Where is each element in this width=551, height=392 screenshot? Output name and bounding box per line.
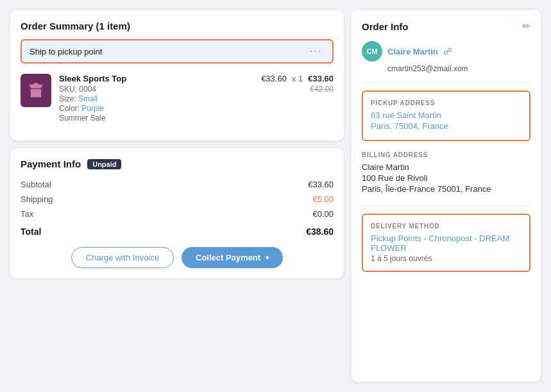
price-row: €33.60 x 1 €33.60 xyxy=(261,74,334,83)
pickup-address-line1: 63 rue Saint Martin xyxy=(371,110,521,120)
ship-row: Ship to pickup point ··· xyxy=(21,39,334,64)
delivery-method-sub: 1 à 5 jours ouvrés xyxy=(371,254,521,263)
charge-with-invoice-button[interactable]: Charge with Invoice xyxy=(71,247,174,268)
unpaid-badge: Unpaid xyxy=(87,159,121,169)
order-info-card: Order Info ✏ CM Claire Martin ☍ cmartin2… xyxy=(352,10,541,382)
ship-label: Ship to pickup point xyxy=(30,47,102,56)
billing-address-line1: Claire Martin xyxy=(362,162,530,172)
subtotal-line: Subtotal €33.60 xyxy=(21,180,334,189)
billing-address-section: BILLING ADDRESS Claire Martin 100 Rue de… xyxy=(362,149,530,198)
customer-email: cmartin253@zmail.xom xyxy=(362,64,530,73)
pickup-address-label: PICKUP ADDRESS xyxy=(371,99,521,107)
total-line: Total €38.60 xyxy=(21,226,334,237)
divider-2 xyxy=(362,205,530,206)
shipping-line: Shipping €5.00 xyxy=(21,194,334,204)
shipping-label: Shipping xyxy=(21,194,53,204)
collect-payment-button[interactable]: Collect Payment ▾ xyxy=(182,247,283,268)
right-panel: Order Info ✏ CM Claire Martin ☍ cmartin2… xyxy=(352,10,541,382)
price-current: €33.60 xyxy=(261,74,287,83)
action-buttons: Charge with Invoice Collect Payment ▾ xyxy=(21,247,334,268)
billing-address-line3: Paris, Île-de-France 75001, France xyxy=(362,184,530,194)
chat-icon[interactable]: ☍ xyxy=(443,46,452,56)
product-image xyxy=(21,74,51,107)
dots-menu-button[interactable]: ··· xyxy=(307,46,325,57)
tax-label: Tax xyxy=(21,209,33,219)
order-summary-title: Order Summary (1 item) xyxy=(21,21,334,31)
product-size: Size: Small xyxy=(59,94,253,103)
subtotal-label: Subtotal xyxy=(21,180,51,189)
edit-icon[interactable]: ✏ xyxy=(522,21,530,32)
product-details: Sleek Sports Top SKU: 0004 Size: Small C… xyxy=(59,74,253,123)
price-total: €33.60 xyxy=(308,74,334,83)
delivery-method-label: DELIVERY METHOD xyxy=(371,223,521,230)
tax-value: €0.00 xyxy=(312,209,334,219)
payment-title: Payment Info xyxy=(21,158,81,169)
billing-address-label: BILLING ADDRESS xyxy=(362,151,530,158)
payment-header: Payment Info Unpaid xyxy=(21,158,334,169)
total-value: €38.60 xyxy=(306,226,334,237)
product-name: Sleek Sports Top xyxy=(59,74,253,83)
order-info-title: Order Info xyxy=(362,21,409,32)
payment-lines: Subtotal €33.60 Shipping €5.00 Tax €0.00… xyxy=(21,180,334,237)
pickup-address-section: PICKUP ADDRESS 63 rue Saint Martin Paris… xyxy=(362,90,530,141)
pickup-address-line2: Paris, 75004, France xyxy=(371,121,521,131)
delivery-method-value: Pickup Points - Chronopost - DREAM FLOWE… xyxy=(371,234,521,253)
order-summary-card: Order Summary (1 item) Ship to pickup po… xyxy=(10,10,344,141)
tax-line: Tax €0.00 xyxy=(21,209,334,219)
product-color: Color: Purple xyxy=(59,104,253,113)
customer-row: CM Claire Martin ☍ xyxy=(362,41,530,62)
product-row: Sleek Sports Top SKU: 0004 Size: Small C… xyxy=(21,74,334,130)
delivery-method-section: DELIVERY METHOD Pickup Points - Chronopo… xyxy=(362,214,530,272)
price-qty: x 1 xyxy=(292,74,303,83)
collect-payment-label: Collect Payment xyxy=(196,253,260,262)
order-info-header: Order Info ✏ xyxy=(362,21,530,32)
payment-info-card: Payment Info Unpaid Subtotal €33.60 Ship… xyxy=(10,148,344,278)
customer-name[interactable]: Claire Martin xyxy=(387,47,438,56)
collect-chevron-icon: ▾ xyxy=(266,254,269,261)
subtotal-value: €33.60 xyxy=(308,180,334,189)
product-sale: Summer Sale xyxy=(59,114,253,123)
avatar: CM xyxy=(362,41,382,62)
shipping-value: €5.00 xyxy=(312,194,334,204)
product-pricing: €33.60 x 1 €33.60 €42.00 xyxy=(261,74,334,94)
price-original: €42.00 xyxy=(310,85,334,94)
left-panel: Order Summary (1 item) Ship to pickup po… xyxy=(10,10,344,382)
billing-address-line2: 100 Rue de Rivoli xyxy=(362,173,530,183)
total-label: Total xyxy=(21,226,41,237)
product-sku: SKU: 0004 xyxy=(59,85,253,94)
divider-1 xyxy=(362,82,530,83)
